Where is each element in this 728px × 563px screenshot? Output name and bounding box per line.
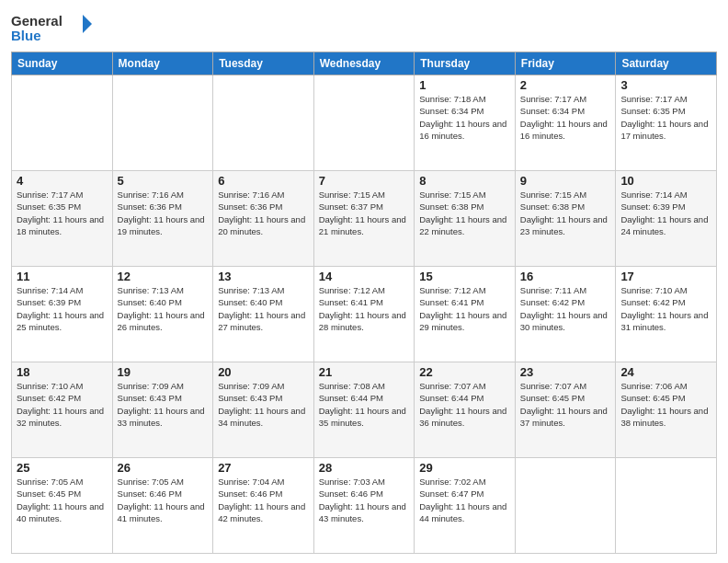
day-info: Sunrise: 7:15 AM Sunset: 6:37 PM Dayligh… [319, 189, 410, 237]
day-info: Sunrise: 7:16 AM Sunset: 6:36 PM Dayligh… [118, 189, 209, 237]
page: General Blue SundayMondayTuesdayWednesda… [0, 0, 728, 563]
calendar-cell: 15Sunrise: 7:12 AM Sunset: 6:41 PM Dayli… [415, 267, 516, 362]
calendar-cell: 14Sunrise: 7:12 AM Sunset: 6:41 PM Dayli… [313, 267, 415, 362]
day-number: 26 [118, 461, 209, 475]
day-info: Sunrise: 7:15 AM Sunset: 6:38 PM Dayligh… [419, 189, 510, 237]
day-info: Sunrise: 7:11 AM Sunset: 6:42 PM Dayligh… [520, 284, 611, 333]
calendar-cell: 27Sunrise: 7:04 AM Sunset: 6:46 PM Dayli… [213, 458, 314, 554]
day-number: 21 [319, 365, 410, 379]
calendar-cell: 2Sunrise: 7:17 AM Sunset: 6:34 PM Daylig… [515, 75, 616, 171]
day-info: Sunrise: 7:16 AM Sunset: 6:36 PM Dayligh… [218, 189, 309, 237]
calendar-week-5: 25Sunrise: 7:05 AM Sunset: 6:45 PM Dayli… [12, 458, 717, 554]
calendar-week-3: 11Sunrise: 7:14 AM Sunset: 6:39 PM Dayli… [12, 267, 717, 362]
calendar-week-4: 18Sunrise: 7:10 AM Sunset: 6:42 PM Dayli… [12, 362, 717, 458]
day-info: Sunrise: 7:09 AM Sunset: 6:43 PM Dayligh… [218, 380, 309, 429]
calendar-cell [515, 458, 616, 554]
calendar-cell: 9Sunrise: 7:15 AM Sunset: 6:38 PM Daylig… [515, 171, 616, 267]
day-number: 12 [118, 270, 209, 283]
day-number: 18 [17, 365, 108, 379]
calendar-cell: 16Sunrise: 7:11 AM Sunset: 6:42 PM Dayli… [515, 267, 616, 362]
day-info: Sunrise: 7:15 AM Sunset: 6:38 PM Dayligh… [520, 189, 611, 237]
day-info: Sunrise: 7:12 AM Sunset: 6:41 PM Dayligh… [319, 284, 410, 333]
calendar-cell: 26Sunrise: 7:05 AM Sunset: 6:46 PM Dayli… [112, 458, 213, 554]
day-info: Sunrise: 7:07 AM Sunset: 6:45 PM Dayligh… [520, 380, 611, 429]
col-header-saturday: Saturday [616, 52, 717, 75]
calendar-cell: 8Sunrise: 7:15 AM Sunset: 6:38 PM Daylig… [415, 171, 516, 267]
day-info: Sunrise: 7:09 AM Sunset: 6:43 PM Dayligh… [118, 380, 209, 429]
col-header-friday: Friday [515, 52, 616, 75]
calendar-cell: 12Sunrise: 7:13 AM Sunset: 6:40 PM Dayli… [112, 267, 213, 362]
calendar-cell: 3Sunrise: 7:17 AM Sunset: 6:35 PM Daylig… [616, 75, 717, 171]
calendar-cell [112, 75, 213, 171]
day-number: 8 [419, 174, 510, 188]
calendar-cell: 19Sunrise: 7:09 AM Sunset: 6:43 PM Dayli… [112, 362, 213, 458]
day-number: 17 [620, 270, 711, 283]
col-header-thursday: Thursday [415, 52, 516, 75]
col-header-tuesday: Tuesday [213, 52, 314, 75]
calendar-cell [12, 75, 113, 171]
day-info: Sunrise: 7:18 AM Sunset: 6:34 PM Dayligh… [419, 93, 510, 142]
svg-text:Blue: Blue [11, 28, 41, 43]
day-number: 7 [319, 174, 410, 188]
day-number: 4 [17, 174, 108, 188]
col-header-monday: Monday [112, 52, 213, 75]
day-number: 27 [218, 461, 309, 475]
calendar-cell: 7Sunrise: 7:15 AM Sunset: 6:37 PM Daylig… [313, 171, 415, 267]
calendar-cell [313, 75, 415, 171]
day-number: 25 [17, 461, 108, 475]
calendar-cell: 28Sunrise: 7:03 AM Sunset: 6:46 PM Dayli… [313, 458, 415, 554]
day-info: Sunrise: 7:08 AM Sunset: 6:44 PM Dayligh… [319, 380, 410, 429]
calendar-cell [616, 458, 717, 554]
calendar-cell: 21Sunrise: 7:08 AM Sunset: 6:44 PM Dayli… [313, 362, 415, 458]
calendar-cell: 1Sunrise: 7:18 AM Sunset: 6:34 PM Daylig… [415, 75, 516, 171]
day-info: Sunrise: 7:17 AM Sunset: 6:34 PM Dayligh… [520, 93, 611, 142]
day-info: Sunrise: 7:05 AM Sunset: 6:46 PM Dayligh… [118, 476, 209, 524]
calendar-cell: 18Sunrise: 7:10 AM Sunset: 6:42 PM Dayli… [12, 362, 113, 458]
calendar-cell: 11Sunrise: 7:14 AM Sunset: 6:39 PM Dayli… [12, 267, 113, 362]
day-info: Sunrise: 7:14 AM Sunset: 6:39 PM Dayligh… [17, 284, 108, 333]
day-number: 15 [419, 270, 510, 283]
day-number: 2 [520, 78, 611, 92]
day-info: Sunrise: 7:14 AM Sunset: 6:39 PM Dayligh… [620, 189, 711, 237]
col-header-sunday: Sunday [12, 52, 113, 75]
day-info: Sunrise: 7:10 AM Sunset: 6:42 PM Dayligh… [620, 284, 711, 333]
day-info: Sunrise: 7:12 AM Sunset: 6:41 PM Dayligh… [419, 284, 510, 333]
calendar-cell: 29Sunrise: 7:02 AM Sunset: 6:47 PM Dayli… [415, 458, 516, 554]
day-number: 13 [218, 270, 309, 283]
header: General Blue [11, 9, 717, 46]
svg-text:General: General [11, 13, 63, 29]
calendar-cell: 22Sunrise: 7:07 AM Sunset: 6:44 PM Dayli… [415, 362, 516, 458]
day-info: Sunrise: 7:03 AM Sunset: 6:46 PM Dayligh… [319, 476, 410, 524]
calendar-cell [213, 75, 314, 171]
calendar-cell: 5Sunrise: 7:16 AM Sunset: 6:36 PM Daylig… [112, 171, 213, 267]
day-info: Sunrise: 7:17 AM Sunset: 6:35 PM Dayligh… [620, 93, 711, 142]
day-number: 6 [218, 174, 309, 188]
day-info: Sunrise: 7:05 AM Sunset: 6:45 PM Dayligh… [17, 476, 108, 524]
day-number: 1 [419, 78, 510, 92]
calendar-week-1: 1Sunrise: 7:18 AM Sunset: 6:34 PM Daylig… [12, 75, 717, 171]
calendar-cell: 24Sunrise: 7:06 AM Sunset: 6:45 PM Dayli… [616, 362, 717, 458]
calendar-cell: 23Sunrise: 7:07 AM Sunset: 6:45 PM Dayli… [515, 362, 616, 458]
calendar-cell: 25Sunrise: 7:05 AM Sunset: 6:45 PM Dayli… [12, 458, 113, 554]
day-number: 5 [118, 174, 209, 188]
day-number: 10 [620, 174, 711, 188]
calendar-cell: 17Sunrise: 7:10 AM Sunset: 6:42 PM Dayli… [616, 267, 717, 362]
day-number: 19 [118, 365, 209, 379]
day-info: Sunrise: 7:04 AM Sunset: 6:46 PM Dayligh… [218, 476, 309, 524]
day-info: Sunrise: 7:06 AM Sunset: 6:45 PM Dayligh… [620, 380, 711, 429]
calendar-table: SundayMondayTuesdayWednesdayThursdayFrid… [11, 52, 717, 554]
calendar-cell: 4Sunrise: 7:17 AM Sunset: 6:35 PM Daylig… [12, 171, 113, 267]
day-number: 22 [419, 365, 510, 379]
day-info: Sunrise: 7:02 AM Sunset: 6:47 PM Dayligh… [419, 476, 510, 524]
day-info: Sunrise: 7:13 AM Sunset: 6:40 PM Dayligh… [218, 284, 309, 333]
calendar-cell: 20Sunrise: 7:09 AM Sunset: 6:43 PM Dayli… [213, 362, 314, 458]
calendar-cell: 13Sunrise: 7:13 AM Sunset: 6:40 PM Dayli… [213, 267, 314, 362]
day-number: 3 [620, 78, 711, 92]
calendar-cell: 10Sunrise: 7:14 AM Sunset: 6:39 PM Dayli… [616, 171, 717, 267]
day-number: 28 [319, 461, 410, 475]
day-info: Sunrise: 7:17 AM Sunset: 6:35 PM Dayligh… [17, 189, 108, 237]
day-number: 20 [218, 365, 309, 379]
calendar-header-row: SundayMondayTuesdayWednesdayThursdayFrid… [12, 52, 717, 75]
day-info: Sunrise: 7:07 AM Sunset: 6:44 PM Dayligh… [419, 380, 510, 429]
col-header-wednesday: Wednesday [313, 52, 415, 75]
